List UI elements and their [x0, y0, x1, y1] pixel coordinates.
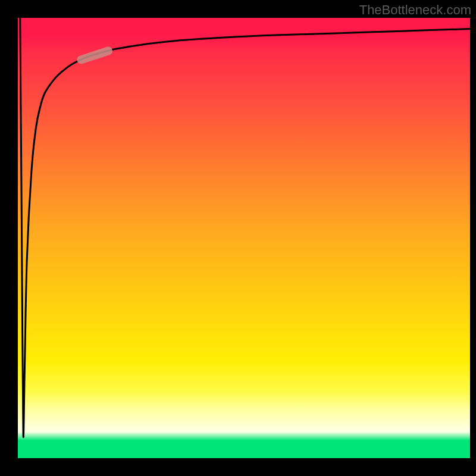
watermark-text: TheBottleneck.com — [359, 2, 471, 18]
chart-container: TheBottleneck.com — [0, 0, 476, 476]
curve-highlight-marker — [81, 51, 108, 60]
bottleneck-curve — [20, 18, 470, 437]
plot-area — [18, 18, 470, 458]
curve-svg — [18, 18, 470, 458]
